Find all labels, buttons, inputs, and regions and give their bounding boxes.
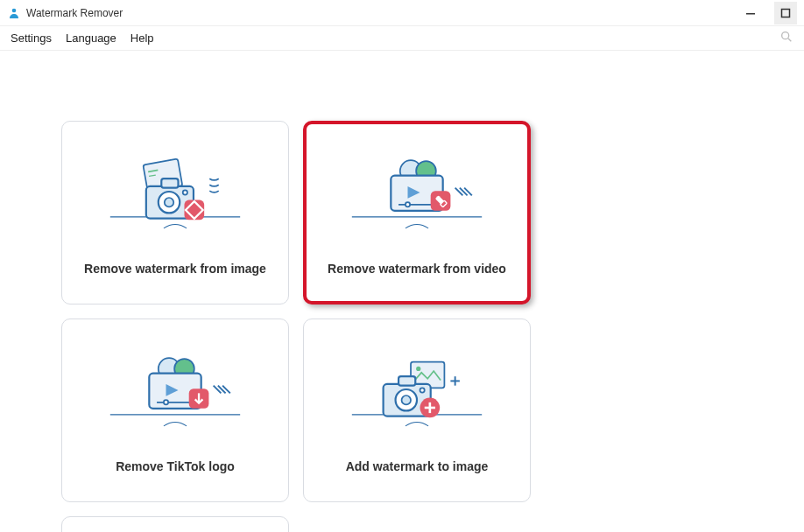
app-icon bbox=[7, 6, 21, 20]
card-label: Add watermark to image bbox=[346, 459, 489, 473]
svg-point-0 bbox=[12, 8, 17, 12]
menu-help[interactable]: Help bbox=[130, 32, 154, 45]
video-download-icon bbox=[88, 347, 263, 444]
search-icon[interactable] bbox=[779, 30, 793, 46]
svg-point-13 bbox=[183, 190, 187, 194]
card-add-watermark-video[interactable]: Add watermark to video bbox=[61, 516, 289, 532]
card-remove-watermark-image[interactable]: Remove watermark from image bbox=[61, 121, 289, 304]
menu-language[interactable]: Language bbox=[66, 32, 116, 45]
card-remove-tiktok-logo[interactable]: Remove TikTok logo bbox=[61, 318, 289, 502]
minimize-button[interactable] bbox=[743, 5, 758, 21]
svg-point-43 bbox=[416, 367, 420, 371]
svg-point-47 bbox=[402, 396, 411, 404]
svg-rect-14 bbox=[184, 200, 204, 220]
title-bar: Watermark Remover bbox=[0, 0, 804, 26]
svg-point-12 bbox=[165, 198, 173, 206]
svg-point-35 bbox=[164, 400, 168, 404]
svg-point-48 bbox=[420, 388, 424, 392]
svg-rect-1 bbox=[746, 13, 755, 15]
menu-settings[interactable]: Settings bbox=[11, 32, 52, 45]
card-label: Remove watermark from image bbox=[84, 262, 266, 276]
card-label: Remove TikTok logo bbox=[116, 459, 235, 473]
svg-line-4 bbox=[788, 38, 791, 41]
card-label: Remove watermark from video bbox=[328, 262, 506, 276]
camera-cancel-icon bbox=[88, 150, 263, 246]
svg-rect-45 bbox=[398, 376, 415, 385]
camera-plus-icon bbox=[329, 347, 504, 444]
svg-rect-2 bbox=[782, 9, 790, 17]
main-content: Remove watermark from image bbox=[0, 51, 804, 532]
app-title: Watermark Remover bbox=[26, 7, 123, 19]
card-add-watermark-image[interactable]: Add watermark to image bbox=[303, 318, 531, 502]
svg-point-3 bbox=[782, 32, 789, 39]
svg-point-22 bbox=[406, 202, 410, 206]
video-eraser-icon bbox=[329, 150, 504, 246]
card-remove-watermark-video[interactable]: Remove watermark from video bbox=[303, 121, 531, 304]
maximize-button[interactable] bbox=[774, 2, 797, 24]
menu-bar: Settings Language Help bbox=[0, 26, 804, 51]
svg-rect-10 bbox=[161, 178, 178, 187]
